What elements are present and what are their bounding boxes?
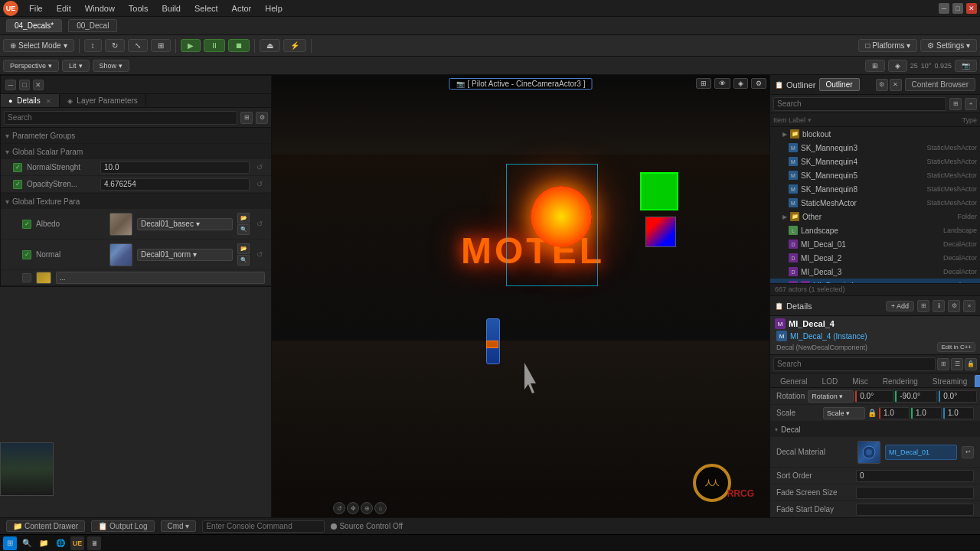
content-drawer-btn[interactable]: 📁 Content Drawer (6, 520, 85, 532)
normal-strength-reset[interactable]: ↺ (254, 162, 265, 173)
normal-reset[interactable]: ↺ (254, 249, 265, 260)
albedo-checkbox[interactable]: ✓ (22, 220, 31, 229)
taskbar-app2[interactable]: 🖥 (87, 536, 101, 550)
global-scalar-header[interactable]: ▾ Global Scalar Param (1, 144, 271, 159)
list-item[interactable]: M SK_Mannequin5 StaticMeshActor (770, 168, 980, 182)
tab-04-decals[interactable]: 04_Decals* (6, 19, 62, 32)
settings-button[interactable]: ⚙ Settings ▾ (920, 39, 977, 52)
rotation-y[interactable] (895, 390, 937, 403)
fade-screen-size-input[interactable] (856, 487, 974, 499)
extra-dropdown[interactable]: ... (56, 272, 265, 284)
scale-lock-icon[interactable]: 🔒 (867, 408, 877, 419)
outliner-settings-btn[interactable]: ⚙ (876, 79, 888, 91)
taskbar-explorer[interactable]: 📁 (37, 536, 51, 550)
float-panel-restore[interactable]: □ (19, 80, 30, 90)
global-texture-header[interactable]: ▾ Global Texture Para (1, 194, 271, 209)
menu-window[interactable]: Window (79, 2, 121, 15)
stop-button[interactable]: ⏹ (228, 39, 250, 52)
output-log-btn[interactable]: 📋 Output Log (91, 520, 154, 532)
outliner-add-btn[interactable]: + (965, 98, 977, 110)
windows-start-btn[interactable]: ⊞ (3, 536, 17, 550)
rotate-btn[interactable]: ↻ (105, 39, 125, 52)
list-item[interactable]: M SK_Mannequin3 StaticMeshActor (770, 141, 980, 155)
taskbar-search[interactable]: 🔍 (20, 536, 34, 550)
details-grid-btn[interactable]: ⊞ (917, 300, 929, 312)
list-item[interactable]: L Landscape Landscape (770, 223, 980, 237)
float-search-input[interactable] (4, 111, 237, 125)
rotation-dropdown[interactable]: Rotation ▾ (808, 390, 854, 403)
details-tab-close[interactable]: ✕ (46, 98, 51, 105)
det-tab-all[interactable]: All (975, 375, 980, 387)
nav-pan[interactable]: ✥ (347, 502, 359, 514)
cmd-dropdown[interactable]: Cmd ▾ (161, 520, 197, 532)
list-item[interactable]: ▶ 📁 Other Folder (770, 210, 980, 223)
vp-ctrl-2[interactable]: 👁 (714, 78, 730, 89)
normal-dropdown[interactable]: Decal01_norm ▾ (137, 249, 233, 261)
decal-section-header[interactable]: ▾ Decal (770, 422, 980, 437)
tab-00-decal[interactable]: 00_Decal (68, 19, 117, 32)
float-settings-btn[interactable]: ⚙ (256, 112, 268, 124)
albedo-dropdown[interactable]: Decal01_basec ▾ (137, 218, 233, 230)
mode-select-button[interactable]: ⊕ Select Mode ▾ (3, 39, 74, 52)
list-item[interactable]: M SK_Mannequin8 StaticMeshActor (770, 182, 980, 196)
normal-strength-input[interactable] (100, 161, 250, 174)
decal-browse-btn[interactable]: ↩ (962, 446, 974, 458)
menu-actor[interactable]: Actor (226, 2, 258, 15)
sort-order-input[interactable] (856, 470, 974, 482)
list-item[interactable]: D MI_Decal_3 DecalActor (770, 265, 980, 279)
decal-material-selector[interactable]: MI_Decal_01 (885, 445, 957, 460)
edit-cpp-btn[interactable]: Edit in C++ (937, 342, 975, 352)
details-add-btn[interactable]: + Add (886, 301, 914, 311)
normal-browse-btn[interactable]: 📂 (237, 243, 250, 254)
param-groups-header[interactable]: ▾ Parameter Groups (1, 128, 271, 143)
list-item[interactable]: M StaticMeshActor StaticMeshActor (770, 196, 980, 210)
outliner-search[interactable] (773, 97, 946, 111)
step-button[interactable]: ⏸ (204, 39, 225, 52)
details-settings-btn[interactable]: ⚙ (948, 300, 960, 312)
normal-strength-checkbox[interactable]: ✓ (13, 163, 22, 172)
scale-y[interactable] (911, 407, 942, 419)
viewport-snap-btn[interactable]: ◈ (888, 60, 907, 72)
viewport[interactable]: MOTEL 📷 [ Pilot Active - C (272, 75, 769, 517)
menu-tools[interactable]: Tools (122, 2, 155, 15)
det-tab-rendering[interactable]: Rendering (876, 375, 925, 387)
close-button[interactable]: ✕ (966, 3, 977, 14)
nav-home[interactable]: ⌂ (374, 502, 387, 514)
details-search-input[interactable] (773, 357, 936, 371)
menu-select[interactable]: Select (188, 2, 224, 15)
rotation-z[interactable] (939, 390, 977, 403)
outliner-close-btn[interactable]: ✕ (890, 79, 902, 91)
scale-dropdown[interactable]: Scale ▾ (823, 407, 865, 419)
taskbar-browser[interactable]: 🌐 (54, 536, 67, 550)
float-tab-details[interactable]: ● Details ✕ (1, 94, 60, 107)
scale-x[interactable] (879, 407, 910, 419)
outliner-tab[interactable]: Outliner (819, 78, 860, 91)
albedo-reset[interactable]: ↺ (254, 219, 265, 230)
menu-help[interactable]: Help (259, 2, 289, 15)
pivot-btn[interactable]: ⊞ (151, 39, 171, 52)
scale-btn[interactable]: ⤡ (128, 39, 148, 52)
details-close-btn[interactable]: × (963, 300, 975, 312)
float-tab-layer-params[interactable]: ◈ Layer Parameters (60, 94, 146, 107)
details-lock-btn[interactable]: 🔒 (965, 358, 977, 370)
opacity-strength-reset[interactable]: ↺ (254, 179, 265, 190)
details-search-filter[interactable]: ☰ (951, 358, 963, 370)
rotation-x[interactable] (855, 390, 893, 403)
maximize-button[interactable]: □ (952, 3, 963, 14)
float-panel-close[interactable]: ✕ (33, 80, 44, 90)
camera-btn[interactable]: 📷 (955, 60, 977, 72)
extra-checkbox[interactable] (22, 273, 31, 282)
float-panel-header[interactable]: ─ □ ✕ (1, 76, 271, 94)
det-tab-misc[interactable]: Misc (845, 375, 875, 387)
lit-dropdown[interactable]: Lit▾ (62, 60, 90, 72)
details-search-settings[interactable]: ⊞ (937, 358, 949, 370)
nav-zoom[interactable]: ⊕ (361, 502, 373, 514)
list-item[interactable]: D MI_Decal_2 DecalActor (770, 251, 980, 265)
taskbar-ue5[interactable]: UE (70, 536, 84, 550)
minimize-button[interactable]: ─ (939, 3, 949, 14)
fade-start-delay-input[interactable] (856, 504, 974, 516)
vp-ctrl-3[interactable]: ◈ (733, 78, 748, 89)
list-item[interactable]: ▶ 📁 blockout (770, 127, 980, 141)
details-info-btn[interactable]: ℹ (933, 300, 945, 312)
content-browser-tab[interactable]: Content Browser (905, 78, 975, 91)
